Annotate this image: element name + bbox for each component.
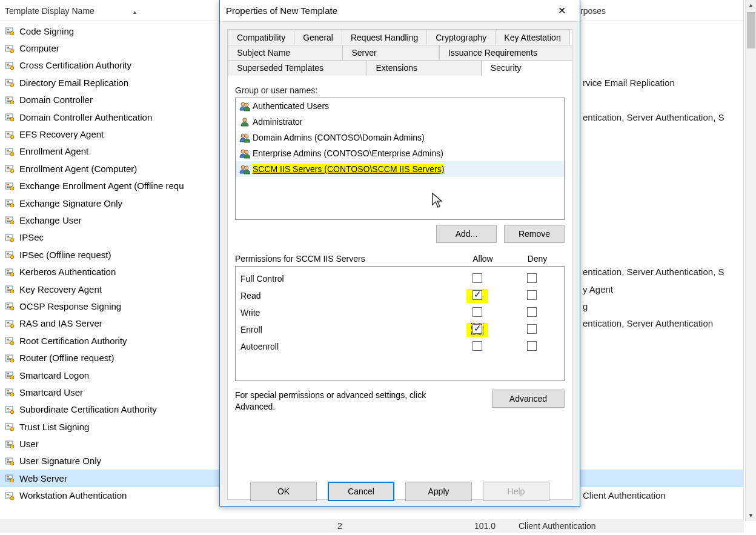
group-row[interactable]: Administrator [236,114,564,130]
cancel-button[interactable]: Cancel [328,482,394,501]
template-name: Exchange Signature Only [19,198,225,208]
svg-rect-112 [7,410,12,410]
scroll-thumb[interactable] [747,12,755,48]
svg-rect-122 [7,444,12,445]
template-name: User [19,439,225,449]
svg-rect-47 [7,186,12,187]
remove-button[interactable]: Remove [504,225,565,243]
close-icon[interactable]: ✕ [549,2,574,20]
help-button[interactable]: Help [483,482,549,501]
dialog-titlebar[interactable]: Properties of New Template ✕ [220,0,580,22]
template-name: User Signature Only [19,456,225,466]
svg-point-54 [10,204,14,207]
svg-point-89 [10,324,14,328]
tab-issuance-requirements[interactable]: Issuance Requirements [439,45,572,60]
tab-extensions[interactable]: Extensions [366,60,482,76]
scroll-up-icon[interactable]: ▲ [746,0,756,11]
template-name: EFS Recovery Agent [19,129,225,139]
tab-superseded-templates[interactable]: Superseded Templates [228,60,367,76]
svg-point-146 [245,150,248,154]
svg-point-49 [10,187,14,190]
properties-dialog: Properties of New Template ✕ Compatibili… [219,0,580,507]
tab-cryptography[interactable]: Cryptography [426,30,496,45]
ok-button[interactable]: OK [250,482,317,501]
svg-point-129 [10,462,14,465]
group-icon [239,101,250,111]
svg-rect-1 [7,29,9,30]
vertical-scrollbar[interactable]: ▲ ▼ [745,0,756,521]
svg-rect-46 [7,184,9,185]
template-name: Trust List Signing [19,422,225,432]
svg-point-99 [10,359,14,362]
group-row[interactable]: Domain Admins (CONTOSO\Domain Admins) [236,130,564,145]
allow-checkbox[interactable] [472,341,482,351]
svg-rect-111 [7,408,9,409]
svg-rect-67 [7,254,12,255]
svg-point-19 [10,83,14,87]
template-purpose: y Agent [583,284,613,294]
svg-rect-27 [7,117,12,118]
svg-rect-71 [7,270,9,271]
template-name: Web Server [19,473,225,483]
group-name: Administrator [253,117,302,127]
deny-column-header: Deny [510,254,565,264]
template-name: Router (Offline request) [19,353,225,363]
allow-checkbox[interactable] [472,324,482,334]
advanced-button[interactable]: Advanced [492,390,565,408]
svg-point-109 [10,393,14,396]
permission-name: Read [240,291,450,301]
allow-checkbox[interactable] [472,290,482,300]
svg-rect-12 [7,65,12,66]
add-button[interactable]: Add... [436,225,497,243]
group-name: SCCM IIS Servers (CONTOSO\SCCM IIS Serve… [253,164,444,174]
column-header-name[interactable]: Template Display Name ▴ [5,6,223,16]
group-row[interactable]: Authenticated Users [236,98,564,114]
svg-point-104 [10,376,14,379]
tab-general[interactable]: General [294,30,342,45]
scroll-down-icon[interactable]: ▼ [746,510,756,521]
svg-point-14 [10,66,14,70]
group-user-list[interactable]: Authenticated Users Administrator Domain… [235,98,565,220]
group-row[interactable]: SCCM IIS Servers (CONTOSO\SCCM IIS Serve… [236,161,564,177]
svg-rect-26 [7,115,9,116]
svg-rect-16 [7,81,9,82]
template-name: Smartcard Logon [19,370,225,380]
user-icon [239,116,250,127]
deny-checkbox[interactable] [527,324,537,334]
permission-row: Autoenroll [240,338,559,355]
apply-button[interactable]: Apply [405,482,472,501]
deny-checkbox[interactable] [527,290,537,300]
svg-rect-52 [7,203,12,204]
deny-checkbox[interactable] [527,341,537,351]
svg-point-84 [10,307,14,310]
column-header-purposes[interactable]: rposes [580,6,606,16]
tab-key-attestation[interactable]: Key Attestation [495,30,569,45]
status-bar: 2 101.0 Client Authentication [0,519,744,533]
svg-rect-137 [7,496,12,496]
deny-checkbox[interactable] [527,307,537,317]
template-name: Directory Email Replication [19,78,225,88]
svg-point-9 [10,49,14,53]
allow-checkbox[interactable] [472,273,482,283]
allow-checkbox[interactable] [472,307,482,317]
status-version-col: 2 [337,521,342,531]
tab-security[interactable]: Security [482,60,572,76]
svg-rect-22 [7,100,12,101]
svg-point-39 [10,152,14,156]
svg-point-139 [10,496,14,500]
tab-server[interactable]: Server [342,45,439,60]
template-purpose: rvice Email Replication [583,78,675,88]
svg-point-134 [10,479,14,482]
svg-point-94 [10,341,14,345]
svg-point-69 [10,255,14,259]
template-name: RAS and IAS Server [19,318,225,328]
deny-checkbox[interactable] [527,273,537,283]
svg-point-145 [241,150,245,153]
group-row[interactable]: Enterprise Admins (CONTOSO\Enterprise Ad… [236,145,564,161]
permission-row: Write [240,304,559,321]
svg-rect-132 [7,478,12,479]
dialog-title: Properties of New Template [226,5,549,16]
tab-request-handling[interactable]: Request Handling [342,30,427,45]
tab-compatibility[interactable]: Compatibility [228,30,294,45]
tab-subject-name[interactable]: Subject Name [228,45,343,60]
